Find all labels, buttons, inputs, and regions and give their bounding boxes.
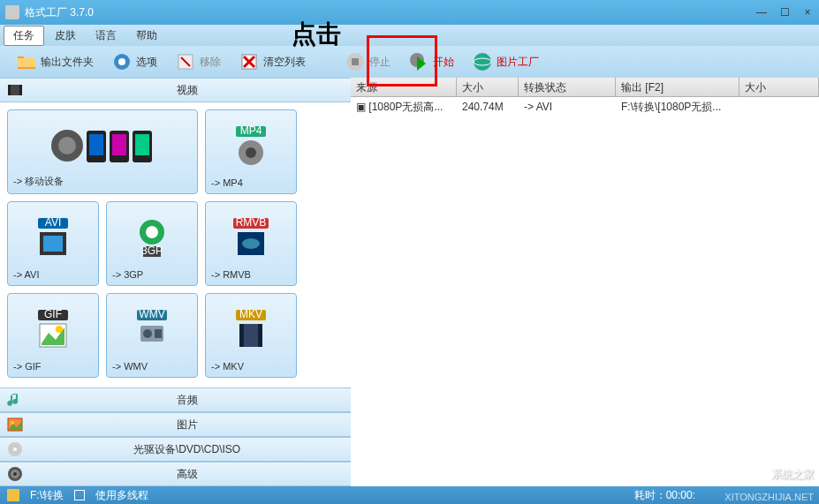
menu-skin[interactable]: 皮肤 bbox=[46, 26, 85, 45]
elapsed-time: 耗时：00:00: bbox=[634, 488, 695, 503]
stop-button[interactable]: 停止 bbox=[337, 49, 398, 74]
format-rmvb-label: -> RMVB bbox=[211, 269, 251, 280]
category-disc[interactable]: 光驱设备\DVD\CD\ISO bbox=[0, 437, 351, 462]
category-advanced-label: 高级 bbox=[30, 467, 344, 482]
disc-icon bbox=[7, 441, 23, 457]
svg-point-38 bbox=[242, 238, 260, 249]
category-disc-label: 光驱设备\DVD\CD\ISO bbox=[30, 442, 344, 457]
category-image[interactable]: 图片 bbox=[0, 412, 351, 437]
col-source[interactable]: 来源 bbox=[351, 78, 457, 96]
format-avi[interactable]: AVI -> AVI bbox=[7, 201, 99, 286]
format-mkv[interactable]: MKV -> MKV bbox=[205, 293, 297, 378]
svg-rect-20 bbox=[112, 134, 126, 155]
sidebar: 视频 -> 移动设备 MP4 -> MP4 bbox=[0, 78, 351, 486]
options-button[interactable]: 选项 bbox=[104, 49, 164, 74]
menu-language[interactable]: 语言 bbox=[87, 26, 125, 45]
list-header: 来源 大小 转换状态 输出 [F2] 大小 bbox=[351, 78, 819, 97]
svg-rect-30 bbox=[43, 236, 63, 252]
remove-icon bbox=[175, 51, 196, 72]
svg-rect-18 bbox=[89, 134, 103, 155]
format-mobile[interactable]: -> 移动设备 bbox=[7, 109, 198, 194]
title-bar: 格式工厂 3.7.0 — ☐ × bbox=[0, 0, 819, 25]
close-button[interactable]: × bbox=[801, 6, 814, 19]
svg-point-59 bbox=[13, 472, 17, 476]
cell-size: 240.74M bbox=[457, 99, 519, 115]
menu-help[interactable]: 帮助 bbox=[127, 26, 166, 45]
image-factory-label: 图片工厂 bbox=[497, 55, 539, 70]
category-advanced[interactable]: 高级 bbox=[0, 462, 351, 486]
svg-rect-47 bbox=[155, 329, 162, 338]
film-icon bbox=[7, 82, 23, 98]
svg-rect-51 bbox=[239, 324, 244, 347]
svg-rect-22 bbox=[135, 134, 149, 155]
mkv-icon: MKV bbox=[229, 299, 273, 361]
category-video-label: 视频 bbox=[30, 83, 344, 98]
menu-task[interactable]: 任务 bbox=[4, 26, 44, 46]
svg-rect-14 bbox=[19, 85, 22, 95]
gear-icon bbox=[111, 51, 133, 72]
remove-button[interactable]: 移除 bbox=[168, 49, 228, 74]
svg-text:GIF: GIF bbox=[44, 308, 62, 320]
svg-rect-8 bbox=[352, 58, 359, 65]
svg-point-42 bbox=[56, 326, 63, 333]
format-gif[interactable]: GIF -> GIF bbox=[7, 293, 99, 378]
col-size[interactable]: 大小 bbox=[457, 78, 519, 96]
stop-icon bbox=[345, 51, 366, 72]
svg-rect-52 bbox=[258, 324, 262, 347]
svg-text:RMVB: RMVB bbox=[236, 216, 267, 229]
output-folder-button[interactable]: 输出文件夹 bbox=[9, 49, 101, 74]
status-bar: F:\转换 使用多线程 耗时：00:00: bbox=[0, 486, 819, 504]
category-audio[interactable]: 音频 bbox=[0, 387, 351, 412]
clear-list-button[interactable]: 清空列表 bbox=[231, 49, 313, 74]
svg-point-32 bbox=[146, 226, 158, 238]
maximize-button[interactable]: ☐ bbox=[778, 6, 791, 19]
format-3gp[interactable]: 3GP -> 3GP bbox=[106, 201, 198, 286]
list-body[interactable]: ▣ [1080P无损高... 240.74M -> AVI F:\转换\[108… bbox=[351, 97, 819, 486]
folder-icon bbox=[16, 51, 37, 72]
image-factory-button[interactable]: 图片工厂 bbox=[465, 49, 546, 74]
app-icon bbox=[5, 5, 19, 19]
file-icon: ▣ bbox=[356, 101, 366, 113]
mobile-device-icon bbox=[49, 116, 155, 175]
svg-point-54 bbox=[11, 421, 14, 425]
col-size2[interactable]: 大小 bbox=[739, 78, 819, 96]
stop-label: 停止 bbox=[369, 55, 391, 70]
format-wmv-label: -> WMV bbox=[112, 361, 148, 372]
format-gif-label: -> GIF bbox=[13, 361, 41, 372]
video-format-grid: -> 移动设备 MP4 -> MP4 AVI -> AVI bbox=[0, 102, 351, 387]
svg-text:MKV: MKV bbox=[239, 308, 262, 320]
svg-point-10 bbox=[474, 53, 491, 71]
category-video[interactable]: 视频 bbox=[0, 78, 351, 102]
cell-source: ▣ [1080P无损高... bbox=[351, 98, 457, 117]
svg-point-26 bbox=[246, 147, 256, 158]
format-avi-label: -> AVI bbox=[13, 269, 39, 280]
music-note-icon bbox=[7, 392, 23, 408]
rmvb-icon: RMVB bbox=[229, 207, 273, 269]
avi-icon: AVI bbox=[31, 207, 75, 269]
3gp-icon: 3GP bbox=[130, 207, 174, 269]
clear-list-label: 清空列表 bbox=[263, 55, 306, 70]
format-rmvb[interactable]: RMVB -> RMVB bbox=[205, 201, 297, 286]
statusbar-folder-icon[interactable] bbox=[7, 489, 19, 501]
format-wmv[interactable]: WMV -> WMV bbox=[106, 293, 198, 378]
globe-icon bbox=[472, 51, 493, 72]
svg-text:3GP: 3GP bbox=[141, 244, 163, 257]
col-output[interactable]: 输出 [F2] bbox=[616, 78, 739, 96]
format-mp4[interactable]: MP4 -> MP4 bbox=[205, 109, 297, 194]
start-button[interactable]: 开始 bbox=[401, 49, 461, 74]
svg-text:WMV: WMV bbox=[139, 308, 164, 320]
list-row[interactable]: ▣ [1080P无损高... 240.74M -> AVI F:\转换\[108… bbox=[351, 97, 819, 117]
wmv-icon: WMV bbox=[130, 299, 174, 361]
minimize-button[interactable]: — bbox=[755, 6, 768, 19]
col-status[interactable]: 转换状态 bbox=[519, 78, 616, 96]
toolbar: 输出文件夹 选项 移除 清空列表 停止 开始 图片工厂 bbox=[0, 46, 819, 78]
statusbar-output-path[interactable]: F:\转换 bbox=[30, 488, 64, 503]
menu-bar: 任务 皮肤 语言 帮助 点击 bbox=[0, 25, 819, 46]
clear-icon bbox=[239, 51, 260, 72]
svg-point-16 bbox=[58, 137, 76, 154]
format-3gp-label: -> 3GP bbox=[112, 269, 143, 280]
svg-text:AVI: AVI bbox=[45, 216, 61, 229]
format-mkv-label: -> MKV bbox=[211, 361, 244, 372]
picture-icon bbox=[7, 417, 23, 433]
multithread-checkbox[interactable] bbox=[74, 490, 85, 500]
